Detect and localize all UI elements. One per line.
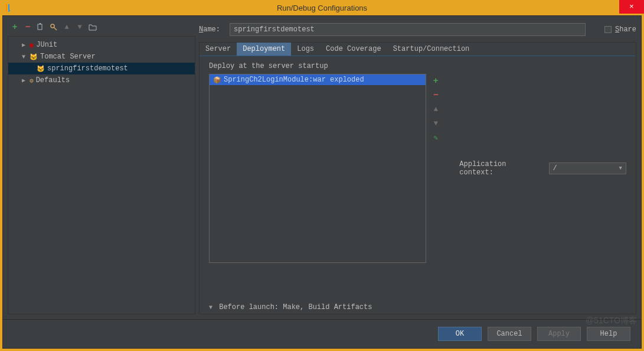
artifacts-toolbar: + − ▲ ▼ ✎ bbox=[426, 74, 445, 263]
chevron-down-icon[interactable]: ▼ bbox=[209, 304, 213, 311]
dialog-content: + − ▲ ▼ ▶ ◉ bbox=[2, 15, 642, 349]
app-context-select[interactable]: / ▼ bbox=[549, 162, 626, 174]
tabs-row: Server Deployment Logs Code Coverage Sta… bbox=[200, 43, 636, 56]
apply-button[interactable]: Apply bbox=[537, 327, 581, 341]
deploy-area: Deploy at the server startup 📦 SpringCh2… bbox=[200, 56, 636, 301]
tree-item-springfirstdemotest[interactable]: 🐱 springfirstdemotest bbox=[8, 63, 195, 74]
before-launch-label: Before launch: Make, Build Artifacts bbox=[219, 303, 372, 311]
config-tree[interactable]: ▶ ◉ JUnit ▼ 🐱 Tomcat Server 🐱 springfirs… bbox=[8, 36, 195, 314]
folder-icon[interactable] bbox=[88, 22, 97, 32]
svg-line-5 bbox=[54, 27, 57, 30]
name-input[interactable] bbox=[230, 23, 586, 36]
svg-rect-0 bbox=[6, 4, 7, 11]
tomcat-icon: 🐱 bbox=[30, 53, 38, 61]
remove-icon[interactable]: − bbox=[23, 22, 32, 32]
artifact-down-icon[interactable]: ▼ bbox=[431, 119, 440, 128]
artifact-up-icon[interactable]: ▲ bbox=[431, 105, 440, 114]
add-artifact-icon[interactable]: + bbox=[431, 76, 440, 86]
before-launch-section[interactable]: ▼ Before launch: Make, Build Artifacts bbox=[200, 301, 636, 314]
title-bar: Run/Debug Configurations × bbox=[0, 0, 644, 15]
move-down-icon[interactable]: ▼ bbox=[75, 22, 84, 32]
artifact-label: SpringCh2LoginModule:war exploded bbox=[224, 76, 364, 84]
deploy-header: Deploy at the server startup bbox=[209, 62, 626, 70]
tab-logs[interactable]: Logs bbox=[291, 43, 320, 56]
tree-item-label: Defaults bbox=[36, 76, 70, 84]
remove-artifact-icon[interactable]: − bbox=[431, 90, 440, 100]
tab-server[interactable]: Server bbox=[200, 43, 237, 56]
move-up-icon[interactable]: ▲ bbox=[62, 22, 71, 32]
add-icon[interactable]: + bbox=[10, 22, 19, 32]
share-label: Share bbox=[615, 25, 636, 34]
name-label: Name: bbox=[199, 25, 230, 34]
tomcat-icon: 🐱 bbox=[37, 65, 45, 73]
artifact-item[interactable]: 📦 SpringCh2LoginModule:war exploded bbox=[210, 74, 426, 85]
tree-item-label: springfirstdemotest bbox=[47, 64, 128, 73]
tree-item-label: JUnit bbox=[36, 41, 57, 49]
artifacts-row: 📦 SpringCh2LoginModule:war exploded + − … bbox=[209, 74, 626, 263]
app-context-value: / bbox=[553, 164, 557, 173]
tree-item-defaults[interactable]: ▶ ⚙ Defaults bbox=[8, 74, 195, 86]
app-context-label: Application context: bbox=[459, 160, 544, 177]
right-panel: Name: Share Server Deployment Logs Code … bbox=[199, 21, 636, 314]
config-toolbar: + − ▲ ▼ bbox=[8, 21, 195, 34]
share-checkbox[interactable] bbox=[604, 26, 612, 33]
junit-icon: ◉ bbox=[30, 41, 34, 50]
cancel-button[interactable]: Cancel bbox=[488, 327, 531, 341]
intellij-icon bbox=[5, 3, 14, 12]
wrench-icon[interactable] bbox=[49, 22, 58, 32]
tree-item-junit[interactable]: ▶ ◉ JUnit bbox=[8, 39, 195, 51]
copy-icon[interactable] bbox=[36, 22, 45, 32]
watermark: @51CTO博客 bbox=[586, 316, 637, 326]
tree-item-tomcat-server[interactable]: ▼ 🐱 Tomcat Server bbox=[8, 51, 195, 63]
defaults-icon: ⚙ bbox=[30, 77, 34, 84]
share-group[interactable]: Share bbox=[604, 25, 636, 34]
tab-code-coverage[interactable]: Code Coverage bbox=[320, 43, 387, 56]
window-title: Run/Debug Configurations bbox=[277, 4, 367, 12]
svg-rect-2 bbox=[38, 24, 42, 30]
name-row: Name: Share bbox=[199, 21, 636, 42]
app-context-row: Application context: / ▼ bbox=[459, 74, 626, 263]
svg-rect-1 bbox=[8, 4, 9, 10]
close-button[interactable]: × bbox=[619, 0, 644, 14]
svg-rect-3 bbox=[40, 23, 41, 24]
dialog-window: Run/Debug Configurations × + − ▲ ▼ bbox=[0, 0, 644, 351]
edit-artifact-icon[interactable]: ✎ bbox=[431, 133, 440, 142]
tree-item-label: Tomcat Server bbox=[40, 53, 96, 61]
artifacts-list[interactable]: 📦 SpringCh2LoginModule:war exploded bbox=[209, 74, 426, 263]
help-button[interactable]: Help bbox=[587, 327, 630, 341]
tab-deployment[interactable]: Deployment bbox=[237, 43, 291, 56]
left-panel: + − ▲ ▼ ▶ ◉ bbox=[8, 21, 195, 314]
chevron-down-icon[interactable]: ▼ bbox=[20, 54, 27, 60]
chevron-down-icon: ▼ bbox=[619, 165, 622, 171]
config-body: Server Deployment Logs Code Coverage Sta… bbox=[199, 42, 636, 314]
artifact-icon: 📦 bbox=[213, 76, 221, 84]
chevron-right-icon[interactable]: ▶ bbox=[20, 77, 27, 84]
main-area: + − ▲ ▼ ▶ ◉ bbox=[3, 16, 641, 319]
ok-button[interactable]: OK bbox=[438, 327, 482, 341]
button-bar: OK Cancel Apply Help bbox=[3, 319, 641, 348]
chevron-right-icon[interactable]: ▶ bbox=[20, 41, 27, 48]
tab-startup-connection[interactable]: Startup/Connection bbox=[387, 43, 476, 56]
